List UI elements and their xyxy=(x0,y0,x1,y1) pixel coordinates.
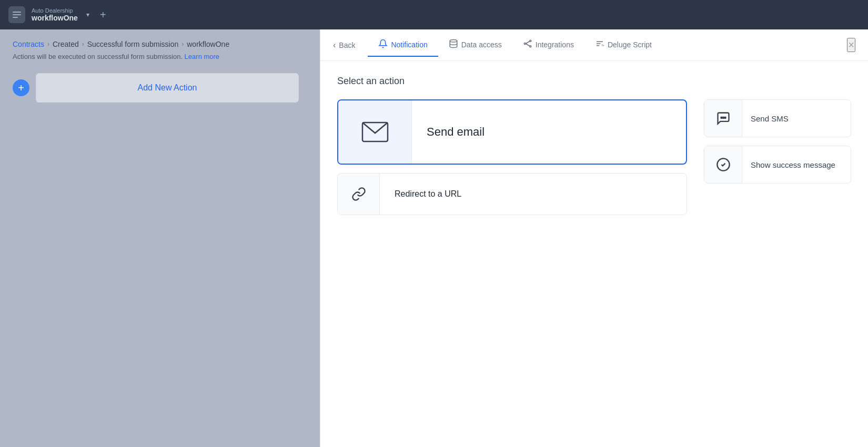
breadcrumb-form-submission: Successful form submission xyxy=(87,40,179,48)
chevron-down-icon[interactable]: ▾ xyxy=(86,11,89,18)
redirect-url-icon-box xyxy=(338,173,380,215)
company-name: Auto Dealership xyxy=(32,7,78,14)
tab-data-access[interactable]: Data access xyxy=(438,34,512,57)
action-card-redirect-url[interactable]: Redirect to a URL xyxy=(337,173,687,215)
app-name: workflowOne xyxy=(32,14,78,22)
breadcrumb-sep-2: › xyxy=(82,40,84,48)
top-bar: Auto Dealership workflowOne ▾ + xyxy=(0,0,868,29)
panel-body: Select an action Send email xyxy=(320,61,868,447)
send-sms-label: Send SMS xyxy=(742,114,851,123)
svg-line-7 xyxy=(526,41,530,44)
svg-line-8 xyxy=(526,44,530,46)
right-panel: ‹ Back Notification xyxy=(320,29,868,447)
svg-point-5 xyxy=(530,40,531,42)
main-area: Contracts › Created › Successful form su… xyxy=(0,29,868,447)
send-sms-icon-box xyxy=(704,99,742,137)
svg-text:fx: fx xyxy=(602,44,604,47)
tab-integrations-label: Integrations xyxy=(536,40,574,49)
tab-list: Notification Data access xyxy=(368,34,847,57)
svg-point-14 xyxy=(721,117,722,118)
close-button[interactable]: × xyxy=(847,38,855,52)
svg-rect-1 xyxy=(13,14,21,15)
add-circle-button[interactable]: + xyxy=(13,79,29,96)
action-card-send-email[interactable]: Send email xyxy=(337,99,687,165)
svg-point-4 xyxy=(524,43,526,44)
action-card-show-success[interactable]: Show success message xyxy=(704,146,851,184)
learn-more-link[interactable]: Learn more xyxy=(185,53,219,60)
svg-rect-0 xyxy=(13,12,21,13)
add-new-icon[interactable]: + xyxy=(100,9,106,21)
main-actions: Send email Redirect to a URL xyxy=(337,99,687,215)
add-new-action-button[interactable]: Add New Action xyxy=(36,73,299,103)
action-card-send-sms[interactable]: Send SMS xyxy=(704,99,851,137)
breadcrumb: Contracts › Created › Successful form su… xyxy=(13,40,307,48)
tab-deluge-script-label: Deluge Script xyxy=(608,40,652,49)
svg-point-6 xyxy=(530,45,531,47)
add-action-container: + Add New Action xyxy=(13,73,307,103)
svg-point-3 xyxy=(450,39,457,42)
panel-content-inner: Send email Redirect to a URL xyxy=(337,99,851,215)
send-email-icon-box xyxy=(338,100,412,164)
show-success-icon-box xyxy=(704,146,742,184)
subtitle-text: Actions will be executed on successful f… xyxy=(13,53,183,60)
select-action-title: Select an action xyxy=(337,76,851,87)
svg-rect-2 xyxy=(13,17,18,18)
subtitle: Actions will be executed on successful f… xyxy=(13,53,307,60)
breadcrumb-sep-1: › xyxy=(47,40,49,48)
svg-point-16 xyxy=(724,117,725,118)
tab-notification-label: Notification xyxy=(391,40,427,49)
breadcrumb-workflow: workflowOne xyxy=(187,40,229,48)
integrations-icon xyxy=(523,39,532,50)
database-icon xyxy=(449,39,458,50)
tab-notification[interactable]: Notification xyxy=(368,34,438,57)
app-title: Auto Dealership workflowOne xyxy=(32,7,78,22)
back-arrow-icon: ‹ xyxy=(333,40,336,50)
script-icon: fx xyxy=(595,39,604,50)
panel-header: ‹ Back Notification xyxy=(320,29,868,61)
bell-icon xyxy=(378,39,388,50)
tab-data-access-label: Data access xyxy=(461,40,502,49)
back-label: Back xyxy=(339,41,355,49)
svg-point-15 xyxy=(722,117,723,118)
tab-integrations[interactable]: Integrations xyxy=(512,34,584,57)
tab-deluge-script[interactable]: fx Deluge Script xyxy=(584,34,662,57)
breadcrumb-contracts[interactable]: Contracts xyxy=(13,40,44,48)
show-success-label: Show success message xyxy=(742,160,851,169)
side-actions: Send SMS Show success message xyxy=(704,99,851,184)
send-email-label: Send email xyxy=(412,125,686,139)
redirect-url-label: Redirect to a URL xyxy=(380,189,687,199)
app-logo xyxy=(8,6,25,23)
breadcrumb-created: Created xyxy=(53,40,79,48)
left-panel: Contracts › Created › Successful form su… xyxy=(0,29,320,447)
back-button[interactable]: ‹ Back xyxy=(333,40,355,50)
breadcrumb-sep-3: › xyxy=(181,40,184,48)
